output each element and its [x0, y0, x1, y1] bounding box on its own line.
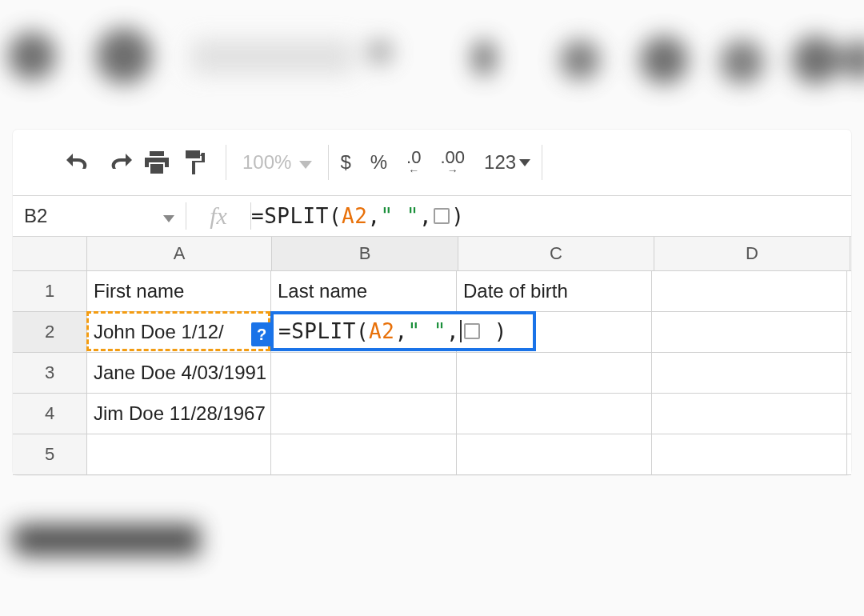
undo-icon[interactable]: [61, 153, 99, 172]
redo-icon[interactable]: [99, 153, 138, 172]
cell-editor[interactable]: ? =SPLIT(A2," ", ): [270, 311, 536, 351]
toolbar-divider: [542, 145, 542, 180]
select-all-corner[interactable]: [13, 237, 87, 270]
row-header-3[interactable]: 3: [13, 353, 87, 393]
spreadsheet-card: 100% $ % .0 ← .00 → 123 B2: [13, 130, 851, 475]
caret-down-icon: [299, 151, 312, 174]
blurred-header-region: [0, 0, 864, 124]
text-cursor: [460, 320, 462, 342]
fx-label: fx: [186, 202, 250, 230]
checkbox-icon: [434, 208, 450, 224]
row-header-2[interactable]: 2: [13, 312, 87, 352]
cell-b5[interactable]: [271, 434, 457, 474]
column-header-row: A B C D: [13, 237, 851, 271]
row-header-5[interactable]: 5: [13, 434, 87, 474]
zoom-dropdown[interactable]: 100%: [238, 151, 317, 174]
cell-a1[interactable]: First name: [87, 271, 271, 311]
column-header-c[interactable]: C: [458, 237, 654, 270]
print-icon[interactable]: [138, 151, 176, 174]
caret-down-icon: [519, 159, 530, 166]
blurred-footer-region: [0, 488, 864, 616]
cell-d1[interactable]: [652, 271, 847, 311]
spreadsheet-grid[interactable]: A B C D 1 First name Last name Date of b…: [13, 237, 851, 475]
decrease-decimals-button[interactable]: .0 ←: [406, 149, 421, 176]
cell-a4[interactable]: Jim Doe 11/28/1967: [87, 394, 271, 434]
formula-help-badge[interactable]: ?: [251, 322, 272, 346]
cell-b3[interactable]: [271, 353, 457, 393]
row-header-1[interactable]: 1: [13, 271, 87, 311]
table-row: 1 First name Last name Date of birth: [13, 271, 851, 312]
paint-format-icon[interactable]: [176, 150, 214, 174]
cell-d5[interactable]: [652, 434, 847, 474]
percent-format-button[interactable]: %: [370, 151, 387, 174]
cell-d2[interactable]: [652, 312, 847, 352]
formula-bar-row: B2 fx =SPLIT(A2," ", ): [13, 195, 851, 237]
cell-d3[interactable]: [652, 353, 847, 393]
active-cell-ref: B2: [24, 205, 47, 227]
column-header-b[interactable]: B: [272, 237, 458, 270]
cell-b4[interactable]: [271, 394, 457, 434]
cell-a5[interactable]: [87, 434, 271, 474]
grid-body: 1 First name Last name Date of birth 2 J…: [13, 271, 851, 475]
cell-c4[interactable]: [457, 394, 652, 434]
name-box[interactable]: B2: [13, 196, 186, 236]
cell-c1[interactable]: Date of birth: [457, 271, 652, 311]
more-formats-button[interactable]: 123: [484, 151, 530, 174]
cell-c3[interactable]: [457, 353, 652, 393]
table-row: 5: [13, 434, 851, 475]
increase-decimals-button[interactable]: .00 →: [440, 149, 465, 176]
table-row: 3 Jane Doe 4/03/1991: [13, 353, 851, 394]
checkbox-icon: [464, 323, 480, 339]
column-header-d[interactable]: D: [654, 237, 850, 270]
cell-editor-content: =SPLIT(A2," ", ): [274, 319, 507, 343]
number-format-group: $ % .0 ← .00 → 123: [340, 149, 530, 176]
formula-bar-input[interactable]: =SPLIT(A2," ", ): [251, 204, 851, 228]
table-row: 4 Jim Doe 11/28/1967: [13, 394, 851, 434]
caret-down-icon: [163, 205, 174, 227]
cell-c5[interactable]: [457, 434, 652, 474]
currency-format-button[interactable]: $: [340, 151, 350, 174]
cell-a3[interactable]: Jane Doe 4/03/1991: [87, 353, 271, 393]
row-header-4[interactable]: 4: [13, 394, 87, 434]
toolbar: 100% $ % .0 ← .00 → 123: [13, 130, 851, 195]
cell-d4[interactable]: [652, 394, 847, 434]
zoom-label: 100%: [242, 151, 291, 174]
cell-b1[interactable]: Last name: [271, 271, 457, 311]
arrow-right-icon: →: [447, 165, 458, 176]
cell-a2[interactable]: John Doe 1/12/: [87, 312, 271, 352]
arrow-left-icon: ←: [408, 165, 419, 176]
toolbar-divider: [226, 145, 226, 180]
column-header-a[interactable]: A: [87, 237, 272, 270]
toolbar-divider: [328, 145, 329, 180]
